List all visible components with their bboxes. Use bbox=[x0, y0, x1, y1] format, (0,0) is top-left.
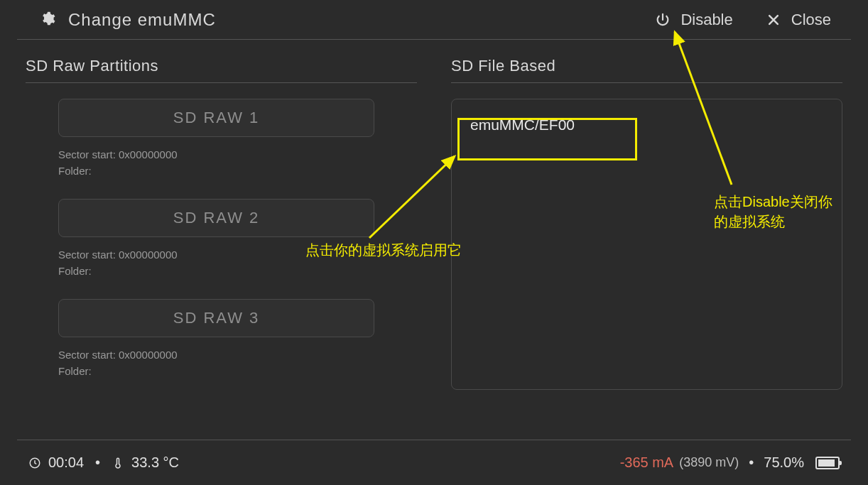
status-bar: 00:04 • 33.3 °C -365 mA (3890 mV) • 75.0… bbox=[17, 440, 851, 485]
sd-raw-2-button[interactable]: SD RAW 2 bbox=[58, 199, 374, 237]
annotation-enable-hint: 点击你的虚拟系统启用它 bbox=[305, 240, 462, 260]
sd-raw-1-button[interactable]: SD RAW 1 bbox=[58, 99, 374, 137]
annotation-disable-hint: 点击Disable关闭你 的虚拟系统 bbox=[714, 192, 832, 231]
power-icon bbox=[655, 12, 671, 28]
page-title: Change emuMMC bbox=[68, 10, 216, 30]
file-based-panel: emuMMC/EF00 bbox=[451, 99, 842, 390]
sd-raw-1-info: Sector start: 0x00000000 Folder: bbox=[58, 147, 374, 179]
status-temp: 33.3 °C bbox=[131, 454, 179, 471]
status-voltage: (3890 mV) bbox=[679, 455, 739, 470]
close-label: Close bbox=[791, 11, 831, 29]
close-icon bbox=[766, 12, 781, 28]
status-time: 00:04 bbox=[48, 454, 84, 471]
close-button[interactable]: Close bbox=[766, 11, 831, 29]
sd-raw-heading: SD Raw Partitions bbox=[26, 57, 417, 83]
sd-raw-3-button[interactable]: SD RAW 3 bbox=[58, 299, 374, 337]
gear-icon bbox=[40, 11, 55, 29]
clock-icon bbox=[28, 457, 41, 469]
sd-file-heading: SD File Based bbox=[451, 57, 842, 83]
battery-icon bbox=[815, 457, 840, 469]
sd-raw-3-info: Sector start: 0x00000000 Folder: bbox=[58, 347, 374, 379]
emummc-entry[interactable]: emuMMC/EF00 bbox=[462, 109, 590, 141]
status-battery-pct: 75.0% bbox=[764, 454, 804, 471]
thermometer-icon bbox=[112, 457, 124, 469]
status-current: -365 mA bbox=[620, 454, 674, 471]
disable-button[interactable]: Disable bbox=[655, 11, 732, 29]
sd-file-based-column: SD File Based emuMMC/EF00 bbox=[434, 57, 851, 437]
disable-label: Disable bbox=[680, 11, 732, 29]
title-bar: Change emuMMC Disable Close bbox=[17, 0, 851, 40]
